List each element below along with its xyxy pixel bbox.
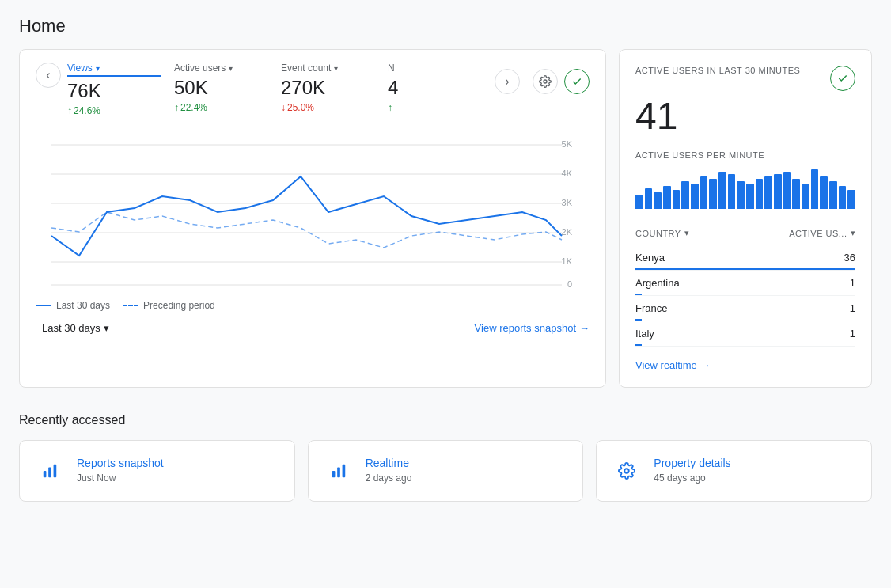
metric-event-count-change: ↓ 25.0% xyxy=(281,102,375,113)
realtime-check-icon-btn[interactable] xyxy=(830,66,855,91)
metric-active-users-change: ↑ 22.4% xyxy=(174,102,268,113)
access-card-title: Reports snapshot xyxy=(77,457,164,469)
svg-rect-23 xyxy=(337,467,340,477)
metric-n-value: 4 xyxy=(388,77,482,99)
access-card-icon xyxy=(36,457,64,485)
metric-views-value: 76K xyxy=(67,80,161,102)
access-card-content: Realtime 2 days ago xyxy=(366,457,412,484)
legend-dashed-line xyxy=(123,305,138,306)
customize-icon-btn[interactable] xyxy=(533,69,558,94)
check-icon-btn[interactable] xyxy=(564,69,590,94)
metric-n-label[interactable]: N xyxy=(388,63,482,74)
country-sort-icon: ▾ xyxy=(684,228,690,238)
realtime-count: 41 xyxy=(635,94,855,138)
realtime-title: ACTIVE USERS IN LAST 30 MINUTES xyxy=(635,66,800,75)
bar xyxy=(847,190,855,209)
prev-arrow[interactable]: ‹ xyxy=(36,63,61,88)
svg-rect-20 xyxy=(48,467,51,477)
bar xyxy=(839,186,847,209)
svg-rect-19 xyxy=(44,471,47,477)
access-card-0[interactable]: Reports snapshot Just Now xyxy=(19,440,295,502)
country-table: COUNTRY ▾ ACTIVE US... ▾ Kenya 36 Argent… xyxy=(635,222,855,347)
country-header-country[interactable]: COUNTRY ▾ xyxy=(635,228,689,238)
view-realtime-link[interactable]: View realtime → xyxy=(635,359,855,371)
chart-footer: Last 30 days ▾ View reports snapshot → xyxy=(36,317,590,339)
access-card-1[interactable]: Realtime 2 days ago xyxy=(308,440,584,502)
bar xyxy=(792,179,800,209)
bar xyxy=(681,181,689,209)
country-bar xyxy=(635,319,642,321)
realtime-arrow-icon: → xyxy=(700,359,711,371)
view-reports-snapshot-link[interactable]: View reports snapshot → xyxy=(475,322,590,334)
access-card-2[interactable]: Property details 45 days ago xyxy=(596,440,872,502)
metrics-nav: › xyxy=(495,63,590,94)
svg-text:4K: 4K xyxy=(562,169,573,178)
access-card-time: 2 days ago xyxy=(366,472,412,484)
metric-active-users: Active users ▾ 50K ↑ 22.4% xyxy=(174,63,281,113)
legend-dashed: Preceding period xyxy=(123,300,215,311)
bar xyxy=(820,176,828,209)
next-arrow[interactable]: › xyxy=(495,69,520,94)
chart-legend: Last 30 days Preceding period xyxy=(36,300,590,311)
country-row[interactable]: Argentina 1 xyxy=(635,271,855,296)
bar xyxy=(673,190,681,209)
bar xyxy=(802,184,809,209)
bar xyxy=(756,179,764,209)
arrow-right-icon: → xyxy=(579,322,590,334)
country-rows: Kenya 36 Argentina 1 France 1 Italy 1 xyxy=(635,245,855,347)
access-card-content: Property details 45 days ago xyxy=(654,457,730,484)
bar xyxy=(811,169,819,209)
chart-card: ‹ Views ▾ 76K ↑ 24.6% Active xyxy=(19,49,606,388)
bar xyxy=(783,172,791,209)
svg-text:3K: 3K xyxy=(562,198,573,207)
country-row[interactable]: France 1 xyxy=(635,296,855,321)
svg-rect-24 xyxy=(342,465,345,478)
svg-text:0: 0 xyxy=(567,279,572,289)
bar xyxy=(691,184,699,209)
date-range-chevron-icon: ▾ xyxy=(104,322,109,334)
bar xyxy=(829,181,837,209)
realtime-subtitle: ACTIVE USERS PER MINUTE xyxy=(635,150,855,160)
metric-event-count-label[interactable]: Event count ▾ xyxy=(281,63,375,74)
bar xyxy=(700,176,708,209)
bar xyxy=(635,195,643,209)
country-header-active[interactable]: ACTIVE US... ▾ xyxy=(789,228,855,238)
chart-area: 5K 4K 3K 2K 1K 0 xyxy=(36,133,590,294)
country-count: 1 xyxy=(850,277,855,289)
metric-views-label[interactable]: Views ▾ xyxy=(67,63,161,77)
metric-active-users-value: 50K xyxy=(174,77,268,99)
metric-active-users-label[interactable]: Active users ▾ xyxy=(174,63,268,74)
metrics-row: ‹ Views ▾ 76K ↑ 24.6% Active xyxy=(36,50,590,123)
bar xyxy=(728,174,736,209)
active-users-chevron-icon: ▾ xyxy=(229,64,233,73)
bar xyxy=(645,188,653,209)
access-card-time: 45 days ago xyxy=(654,472,730,484)
svg-point-25 xyxy=(625,469,630,473)
access-card-time: Just Now xyxy=(77,472,164,484)
main-row: ‹ Views ▾ 76K ↑ 24.6% Active xyxy=(19,49,872,388)
recently-accessed-section: Recently accessed Reports snapshot Just … xyxy=(19,413,872,502)
bar xyxy=(746,184,754,209)
realtime-header: ACTIVE USERS IN LAST 30 MINUTES xyxy=(635,66,855,91)
country-row[interactable]: Kenya 36 xyxy=(635,245,855,271)
country-row[interactable]: Italy 1 xyxy=(635,321,855,347)
svg-text:1K: 1K xyxy=(562,256,573,266)
metric-n-change: ↑ xyxy=(388,102,482,113)
country-table-header: COUNTRY ▾ ACTIVE US... ▾ xyxy=(635,222,855,245)
active-sort-icon: ▾ xyxy=(851,228,856,238)
date-range-button[interactable]: Last 30 days ▾ xyxy=(36,317,116,339)
access-card-content: Reports snapshot Just Now xyxy=(77,457,164,484)
legend-solid-line xyxy=(36,305,51,306)
access-card-title: Realtime xyxy=(366,457,412,469)
realtime-card: ACTIVE USERS IN LAST 30 MINUTES 41 ACTIV… xyxy=(619,49,872,388)
metric-event-count-value: 270K xyxy=(281,77,375,99)
bar xyxy=(709,179,717,209)
country-name: Kenya xyxy=(635,252,665,264)
metric-event-count: Event count ▾ 270K ↓ 25.0% xyxy=(281,63,388,113)
bar xyxy=(774,174,782,209)
views-chevron-icon: ▾ xyxy=(96,64,100,73)
country-bar xyxy=(635,268,855,270)
line-chart: 5K 4K 3K 2K 1K 0 xyxy=(36,133,590,291)
svg-rect-22 xyxy=(332,471,335,477)
country-name: Italy xyxy=(635,328,654,340)
